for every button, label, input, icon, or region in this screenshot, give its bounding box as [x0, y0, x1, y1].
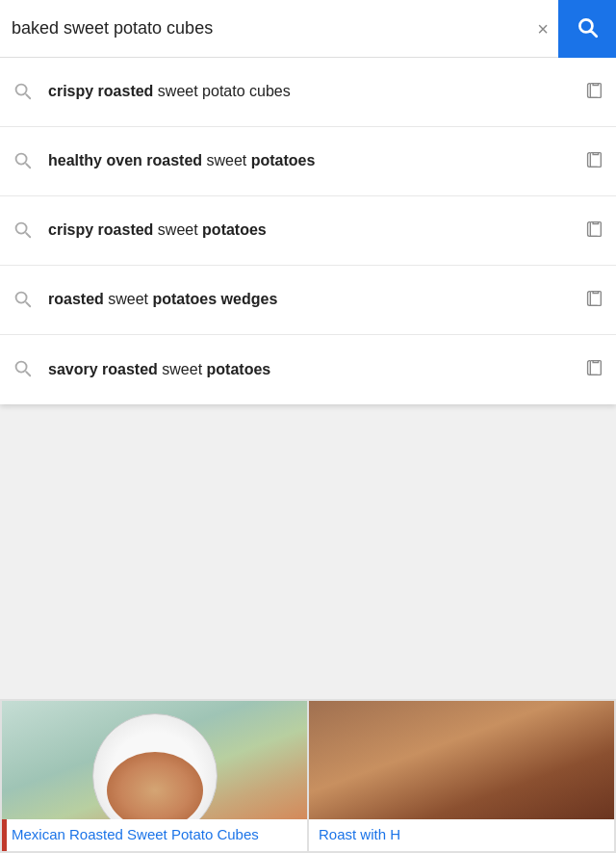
- suggestion-text: healthy oven roasted sweet potatoes: [48, 150, 572, 171]
- suggestion-item[interactable]: roasted sweet potatoes wedges: [0, 266, 616, 335]
- search-icon: [12, 288, 33, 313]
- suggestion-normal: sweet: [158, 361, 207, 377]
- search-icon: [12, 80, 33, 105]
- suggestion-bold: crispy roasted: [48, 83, 153, 99]
- clipboard-icon[interactable]: [583, 219, 604, 244]
- image-background: [2, 701, 307, 819]
- result-card-left[interactable]: Mexican Roasted Sweet Potato Cubes: [2, 701, 307, 851]
- suggestion-text: savory roasted sweet potatoes: [48, 359, 572, 380]
- search-icon: [12, 357, 33, 382]
- result-title-left[interactable]: Mexican Roasted Sweet Potato Cubes: [2, 819, 307, 852]
- suggestion-bold: healthy oven roasted: [48, 152, 202, 168]
- suggestion-item[interactable]: savory roasted sweet potatoes: [0, 335, 616, 404]
- suggestion-item[interactable]: crispy roasted sweet potatoes: [0, 196, 616, 266]
- suggestion-bold: roasted: [48, 291, 104, 307]
- result-image-left: [2, 701, 307, 819]
- suggestions-list: crispy roasted sweet potato cubes health…: [0, 58, 616, 404]
- clipboard-icon[interactable]: [583, 149, 604, 174]
- food-decoration: [107, 752, 203, 819]
- clear-button[interactable]: ×: [527, 19, 558, 39]
- suggestion-bold-end: potatoes: [251, 152, 316, 168]
- clear-icon: ×: [537, 18, 549, 39]
- suggestion-item[interactable]: healthy oven roasted sweet potatoes: [0, 127, 616, 196]
- clipboard-icon[interactable]: [583, 288, 604, 313]
- search-input[interactable]: [12, 18, 527, 39]
- result-title-text-right: Roast with H: [319, 826, 400, 842]
- suggestion-normal: sweet potato cubes: [153, 83, 290, 99]
- suggestion-text: roasted sweet potatoes wedges: [48, 289, 572, 310]
- clipboard-icon[interactable]: [583, 357, 604, 382]
- image-background-right: [309, 701, 614, 819]
- page-wrapper: × crispy roasted sweet potato cubes: [0, 0, 616, 853]
- suggestion-normal: sweet: [202, 152, 251, 168]
- suggestion-bold-end: potatoes: [202, 221, 267, 238]
- search-icon: [575, 14, 600, 42]
- suggestion-text: crispy roasted sweet potatoes: [48, 220, 572, 241]
- suggestion-item[interactable]: crispy roasted sweet potato cubes: [0, 58, 616, 127]
- suggestion-normal: sweet: [153, 221, 202, 238]
- result-card-right[interactable]: Roast with H: [309, 701, 614, 851]
- search-icon: [12, 149, 33, 174]
- suggestion-text: crispy roasted sweet potato cubes: [48, 81, 572, 102]
- suggestion-bold-end: potatoes wedges: [152, 291, 277, 307]
- suggestion-bold: savory roasted: [48, 361, 158, 377]
- result-image-right: [309, 701, 614, 819]
- result-title-right[interactable]: Roast with H: [309, 819, 614, 852]
- suggestion-bold-end: potatoes: [207, 361, 271, 377]
- result-title-text: Mexican Roasted Sweet Potato Cubes: [12, 826, 259, 842]
- suggestion-bold: crispy roasted: [48, 221, 153, 238]
- results-section: Mexican Roasted Sweet Potato Cubes Roast…: [0, 699, 616, 853]
- clipboard-icon[interactable]: [583, 80, 604, 105]
- search-icon: [12, 219, 33, 244]
- suggestion-normal: sweet: [104, 291, 153, 307]
- search-button[interactable]: [558, 0, 616, 58]
- search-bar: ×: [0, 0, 616, 58]
